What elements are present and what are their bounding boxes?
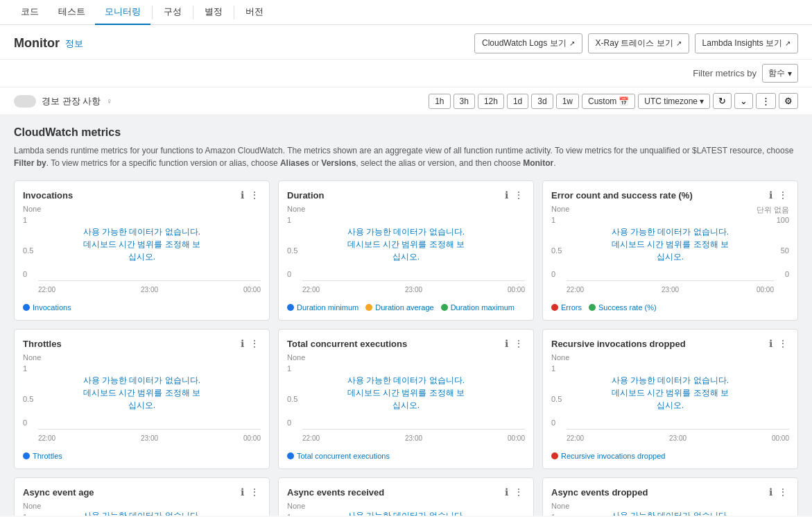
- gender-icon: ♀: [106, 96, 112, 106]
- x-label-e3: 00:00: [757, 286, 774, 294]
- toolbar-left: 경보 관장 사항 ♀: [14, 95, 112, 108]
- legend-dot-invocations: [23, 304, 30, 311]
- no-data-throttles: 사용 가능한 데이터가 없습니다.데시보드 시간 범위를 조정해 보십시오.: [83, 374, 202, 412]
- chart-actions-async-age: ℹ ⋮: [239, 486, 261, 498]
- y-bot-duration: 0: [287, 270, 291, 278]
- chart-body-concurrent: None 1 0.5 0 사용 가능한 데이터가 없습니다.데시보드 시간 범위…: [287, 352, 525, 449]
- legend-success-rate[interactable]: Success rate (%): [589, 303, 657, 312]
- chart-info-btn-async-dropped[interactable]: ℹ: [768, 486, 774, 498]
- y-bot-throttles: 0: [23, 418, 27, 427]
- y-mid-concurrent: 0.5: [287, 395, 297, 403]
- y-bot-error: 0: [551, 270, 555, 278]
- time-btn-1w[interactable]: 1w: [556, 94, 579, 109]
- nav-item-config[interactable]: 구성: [154, 0, 191, 25]
- legend-duration-max[interactable]: Duration maximum: [441, 303, 515, 312]
- chart-header-async-age: Async event age ℹ ⋮: [23, 486, 261, 498]
- toolbar-right: 1h 3h 12h 1d 3d 1w Custom 📅 UTC timezone…: [429, 93, 798, 109]
- chart-info-btn-throttles[interactable]: ℹ: [239, 338, 245, 349]
- chart-async-received: Async events received ℹ ⋮ None 1 사용 가능한 …: [278, 477, 534, 516]
- chart-header-duration: Duration ℹ ⋮: [287, 189, 525, 201]
- legend-label-success-rate: Success rate (%): [598, 303, 657, 312]
- chart-info-btn-async-age[interactable]: ℹ: [239, 486, 245, 498]
- x-label-3: 00:00: [243, 286, 261, 294]
- toggle-switch[interactable]: [14, 95, 36, 108]
- chart-more-btn-duration[interactable]: ⋮: [512, 189, 525, 201]
- chart-info-btn-async-received[interactable]: ℹ: [503, 486, 510, 498]
- chart-xaxis-concurrent: 22:00 23:00 00:00: [302, 434, 525, 442]
- time-btn-3d[interactable]: 3d: [531, 94, 553, 109]
- more-options-button[interactable]: ⋮: [756, 93, 776, 109]
- y-top-async-age: 1: [23, 513, 27, 516]
- filter-chevron-icon: ▾: [788, 69, 792, 78]
- nav-item-version[interactable]: 버전: [236, 0, 273, 25]
- y-top-recursive: 1: [551, 364, 555, 373]
- info-link[interactable]: 정보: [65, 37, 83, 50]
- nav-item-monitor[interactable]: 모니터링: [95, 0, 150, 25]
- legend-duration-min[interactable]: Duration minimum: [287, 303, 359, 312]
- legend-duration-avg[interactable]: Duration average: [365, 303, 433, 312]
- chart-more-btn-async-age[interactable]: ⋮: [248, 486, 261, 498]
- y-bot-concurrent: 0: [287, 418, 291, 427]
- chart-actions-duration: ℹ ⋮: [503, 189, 525, 201]
- top-nav: 코드 테스트 모니터링 구성 별정 버전: [0, 0, 812, 25]
- chart-legend-invocations: Invocations: [23, 303, 261, 312]
- chart-body-duration: None 1 0.5 0 사용 가능한 데이터가 없습니다.데시보드 시간 범위…: [287, 203, 525, 300]
- y-top-concurrent: 1: [287, 364, 291, 373]
- time-btn-custom[interactable]: Custom 📅: [582, 94, 635, 109]
- calendar-icon: 📅: [619, 96, 629, 106]
- chart-title-duration: Duration: [287, 190, 324, 201]
- legend-errors[interactable]: Errors: [551, 303, 582, 312]
- nav-divider-2: [193, 6, 193, 19]
- chart-body-async-received: None 1 사용 가능한 데이터가 없습니다.데시보드 시간 범위를 조정해 …: [287, 500, 525, 516]
- x-label-r3: 00:00: [772, 434, 789, 442]
- refresh-interval-button[interactable]: ⌄: [734, 93, 753, 109]
- chart-info-btn-error[interactable]: ℹ: [768, 189, 774, 201]
- y-mid-invocations: 0.5: [23, 246, 33, 255]
- chart-title-async-received: Async events received: [287, 487, 384, 498]
- legend-recursive[interactable]: Recursive invocations dropped: [551, 452, 665, 460]
- x-label-1: 22:00: [38, 286, 55, 294]
- chart-more-btn-recursive[interactable]: ⋮: [777, 338, 789, 349]
- xray-button[interactable]: X-Ray 트레이스 보기 ↗: [588, 33, 689, 53]
- chart-more-btn-async-received[interactable]: ⋮: [512, 486, 525, 498]
- chart-info-btn-concurrent[interactable]: ℹ: [503, 338, 510, 349]
- settings-button[interactable]: ⚙: [779, 93, 798, 109]
- chart-info-btn-duration[interactable]: ℹ: [503, 189, 510, 201]
- y-mid-recursive: 0.5: [551, 395, 562, 403]
- chart-more-btn-invocations[interactable]: ⋮: [248, 189, 261, 201]
- legend-throttles[interactable]: Throttles: [23, 452, 62, 460]
- nav-item-alarm[interactable]: 별정: [195, 0, 232, 25]
- chart-legend-duration: Duration minimum Duration average Durati…: [287, 303, 525, 312]
- timezone-button[interactable]: UTC timezone ▾: [638, 94, 710, 109]
- legend-dot-duration-min: [287, 304, 294, 311]
- chart-baseline-invocations: [38, 280, 261, 281]
- y-top-throttles: 1: [23, 364, 27, 373]
- y-none-recursive: None: [551, 353, 569, 362]
- lambda-insights-button[interactable]: Lambda Insights 보기 ↗: [695, 33, 798, 53]
- x-label-c3: 00:00: [508, 434, 525, 442]
- chart-legend-concurrent: Total concurrent executions: [287, 452, 525, 460]
- y-top-async-received: 1: [287, 513, 291, 516]
- chart-more-btn-concurrent[interactable]: ⋮: [512, 338, 525, 349]
- refresh-button[interactable]: ↻: [713, 93, 732, 109]
- cloudwatch-logs-label: CloudWatch Logs 보기: [482, 37, 567, 49]
- chart-info-btn-invocations[interactable]: ℹ: [239, 189, 245, 201]
- time-btn-3h[interactable]: 3h: [453, 94, 475, 109]
- chart-actions-concurrent: ℹ ⋮: [503, 338, 525, 349]
- chart-info-btn-recursive[interactable]: ℹ: [768, 338, 774, 349]
- chart-body-recursive: None 1 0.5 0 사용 가능한 데이터가 없습니다.데시보드 시간 범위…: [551, 352, 789, 449]
- time-btn-12h[interactable]: 12h: [478, 94, 504, 109]
- legend-invocations[interactable]: Invocations: [23, 303, 71, 312]
- chart-more-btn-error[interactable]: ⋮: [777, 189, 789, 201]
- legend-concurrent[interactable]: Total concurrent executions: [287, 452, 390, 460]
- nav-item-test[interactable]: 테스트: [49, 0, 95, 25]
- chart-more-btn-throttles[interactable]: ⋮: [248, 338, 261, 349]
- cloudwatch-logs-button[interactable]: CloudWatch Logs 보기 ↗: [474, 33, 582, 53]
- chart-legend-recursive: Recursive invocations dropped: [551, 452, 789, 460]
- page-title: Monitor: [14, 36, 60, 51]
- filter-select[interactable]: 함수 ▾: [762, 64, 798, 83]
- time-btn-1d[interactable]: 1d: [507, 94, 528, 109]
- chart-more-btn-async-dropped[interactable]: ⋮: [777, 486, 789, 498]
- time-btn-1h[interactable]: 1h: [429, 94, 450, 109]
- nav-item-code[interactable]: 코드: [11, 0, 49, 25]
